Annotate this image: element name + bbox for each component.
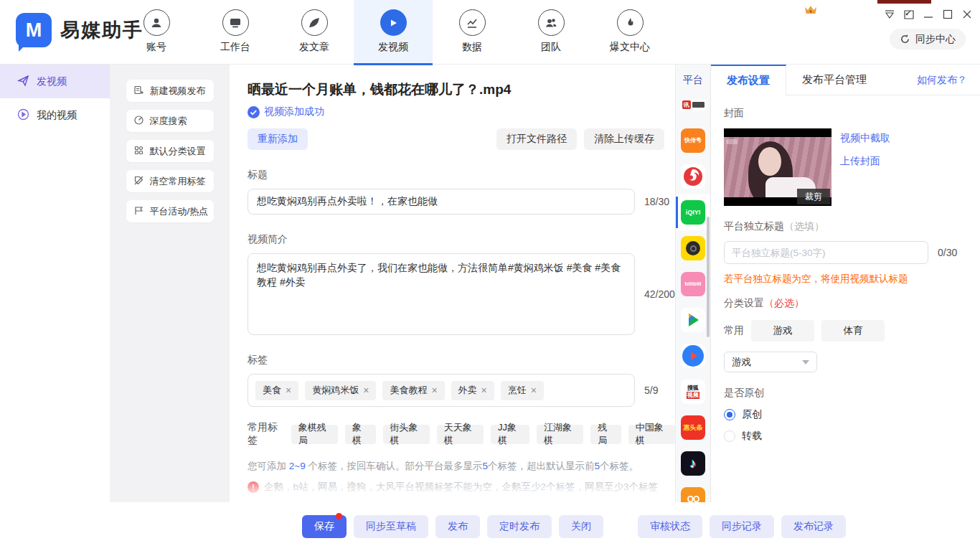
nav-item-工作台[interactable]: 工作台	[196, 0, 275, 65]
remove-tag-icon[interactable]: ×	[531, 385, 537, 396]
tag-chip-美食: 美食×	[255, 381, 298, 400]
radio-original[interactable]: 原创	[724, 408, 967, 421]
tool-button-label: 新建视频发布	[150, 85, 206, 98]
nav-item-发文章[interactable]: 发文章	[275, 0, 354, 65]
open-file-path-button[interactable]: 打开文件路径	[496, 128, 577, 150]
haokan-video-icon	[681, 344, 705, 368]
tags-warning-text: 企鹅，b站，网易，搜狗，大风平台视频标签不能为空，企鹅至少2个标签，网易至少3个…	[264, 481, 658, 494]
publish-records-button[interactable]: 发布记录	[781, 515, 846, 538]
radio-repost[interactable]: 转载	[724, 430, 967, 443]
platform-item-douyin[interactable]: ♪	[676, 446, 710, 481]
platform-item-ifeng[interactable]	[676, 159, 710, 194]
platform-item-sohu-video[interactable]: 搜狐视频	[676, 374, 710, 410]
remove-tag-icon[interactable]: ×	[431, 385, 437, 396]
readd-button[interactable]: 重新添加	[248, 128, 308, 150]
platform-item-camera-app[interactable]	[676, 230, 710, 266]
platform-item-haokan-video[interactable]	[676, 338, 710, 374]
close-icon[interactable]	[961, 9, 973, 20]
team-icon	[538, 9, 565, 36]
how-to-publish-link[interactable]: 如何发布？	[917, 65, 967, 95]
footer-button-label: 同步记录	[722, 520, 762, 533]
nav-item-发视频[interactable]: 发视频	[354, 0, 433, 65]
category-chip-sports[interactable]: 体育	[821, 320, 885, 342]
category-common-label: 常用	[724, 324, 744, 337]
top-bar: M 易媒助手 账号工作台发文章发视频数据团队爆文中心 同步中心	[0, 0, 980, 65]
sidebar-item-发视频[interactable]: 发视频	[0, 65, 110, 98]
platform-item-news-logo[interactable]: 讯	[676, 87, 710, 123]
sync-draft-button[interactable]: 同步至草稿	[354, 515, 428, 538]
tool-button-平台活动/热点[interactable]: 平台活动/热点	[126, 200, 214, 222]
description-textarea[interactable]: 想吃黄焖鸡别再点外卖了，我们在家也能做，方法很简单#黄焖鸡米饭 #美食 #美食教…	[248, 253, 635, 335]
remove-tag-icon[interactable]: ×	[363, 385, 369, 396]
background-window-strip	[877, 0, 931, 4]
panel-tabs: 发布设置 发布平台管理 如何发布？	[711, 65, 980, 95]
nav-item-账号[interactable]: 账号	[117, 0, 196, 65]
crop-button[interactable]: 裁剪	[797, 189, 830, 204]
app-logo-icon: M	[16, 13, 52, 47]
schedule-publish-button[interactable]: 定时发布	[487, 515, 552, 538]
nav-item-爆文中心[interactable]: 爆文中心	[590, 0, 669, 65]
clear-tag-icon	[133, 175, 144, 188]
category-select[interactable]: 游戏	[724, 352, 817, 372]
minimize-icon[interactable]	[923, 9, 934, 20]
nav-item-团队[interactable]: 团队	[512, 0, 590, 65]
tab-platform-management[interactable]: 发布平台管理	[786, 65, 882, 95]
chevron-down-icon	[802, 360, 809, 364]
cover-thumbnail[interactable]: 裁剪	[724, 128, 831, 206]
platform-item-bilibili[interactable]: bilibili	[676, 266, 710, 302]
nav-item-label: 发文章	[299, 41, 329, 54]
tool-button-新建视频发布[interactable]: 新建视频发布	[126, 80, 214, 102]
common-tag-chip-JJ象棋[interactable]: JJ象棋	[491, 425, 529, 444]
common-tag-chip-江湖象棋[interactable]: 江湖象棋	[537, 425, 583, 444]
independent-title-input[interactable]	[724, 241, 928, 264]
main-content: 晒最近一个月账单，钱都花在哪儿了？.mp4 视频添加成功 重新添加 打开文件路径…	[230, 65, 675, 502]
tool-button-label: 默认分类设置	[150, 145, 206, 158]
platform-item-tencent-video[interactable]	[676, 302, 710, 338]
upload-cover-link[interactable]: 上传封面	[840, 155, 890, 168]
tool-button-默认分类设置[interactable]: 默认分类设置	[126, 140, 214, 162]
platform-item-huitoutiao[interactable]: 惠头条	[676, 410, 710, 446]
workbench-icon	[222, 9, 249, 36]
nav-item-数据[interactable]: 数据	[433, 0, 512, 65]
clear-upload-cache-button[interactable]: 清除上传缓存	[584, 128, 664, 150]
douyin-icon: ♪	[681, 451, 705, 476]
review-status-button[interactable]: 审核状态	[638, 515, 702, 538]
radio-repost-control[interactable]	[724, 430, 735, 442]
file-actions: 重新添加 打开文件路径 清除上传缓存	[248, 128, 664, 150]
tool-button-深度搜索[interactable]: 深度搜索	[126, 110, 214, 132]
common-tag-chip-中国象棋[interactable]: 中国象棋	[628, 425, 675, 444]
common-tag-chip-天天象棋[interactable]: 天天象棋	[437, 425, 484, 444]
capture-from-video-link[interactable]: 视频中截取	[840, 132, 890, 145]
collapse-icon[interactable]	[884, 9, 895, 20]
radio-original-control[interactable]	[724, 409, 735, 420]
vip-crown-icon[interactable]	[804, 4, 818, 17]
remove-tag-icon[interactable]: ×	[286, 385, 291, 396]
common-tag-chip-街头象棋[interactable]: 街头象棋	[383, 425, 430, 444]
tab-publish-settings[interactable]: 发布设置	[711, 65, 786, 95]
feedback-icon[interactable]	[903, 9, 915, 20]
maximize-icon[interactable]	[942, 9, 953, 20]
publish-button[interactable]: 发布	[435, 515, 480, 538]
common-tag-chip-象棋残局[interactable]: 象棋残局	[291, 425, 338, 444]
category-chip-game[interactable]: 游戏	[751, 320, 814, 342]
save-button[interactable]: 保存	[302, 515, 347, 538]
tool-button-清空常用标签[interactable]: 清空常用标签	[126, 170, 214, 192]
platform-item-kuaichuanhao[interactable]: 快传号	[676, 123, 710, 159]
sohu-video-icon: 搜狐视频	[681, 380, 705, 404]
sidebar-item-我的视频[interactable]: 我的视频	[0, 98, 110, 132]
common-tags-row: 常用标签 象棋残局象棋街头象棋天天象棋JJ象棋江湖象棋残局中国象棋	[248, 421, 675, 447]
platform-scrollbar[interactable]	[707, 217, 710, 337]
platform-item-iqiyi[interactable]: iQIYI	[676, 194, 710, 230]
cover-label: 封面	[724, 107, 967, 120]
sync-records-button[interactable]: 同步记录	[710, 515, 774, 538]
nav-item-label: 团队	[541, 41, 561, 54]
platform-item-orange-video[interactable]: OO	[676, 481, 710, 502]
title-input[interactable]	[248, 189, 635, 215]
common-tag-chip-残局[interactable]: 残局	[590, 425, 621, 444]
common-tag-chip-象棋[interactable]: 象棋	[345, 425, 376, 444]
platform-list: 讯快传号iQIYIbilibili搜狐视频惠头条♪OO	[676, 87, 710, 502]
sync-center-button[interactable]: 同步中心	[890, 29, 966, 50]
close-button[interactable]: 关闭	[559, 515, 603, 538]
remove-tag-icon[interactable]: ×	[481, 385, 487, 396]
tags-input[interactable]: 美食×黄焖鸡米饭×美食教程×外卖×烹饪×	[248, 374, 635, 407]
